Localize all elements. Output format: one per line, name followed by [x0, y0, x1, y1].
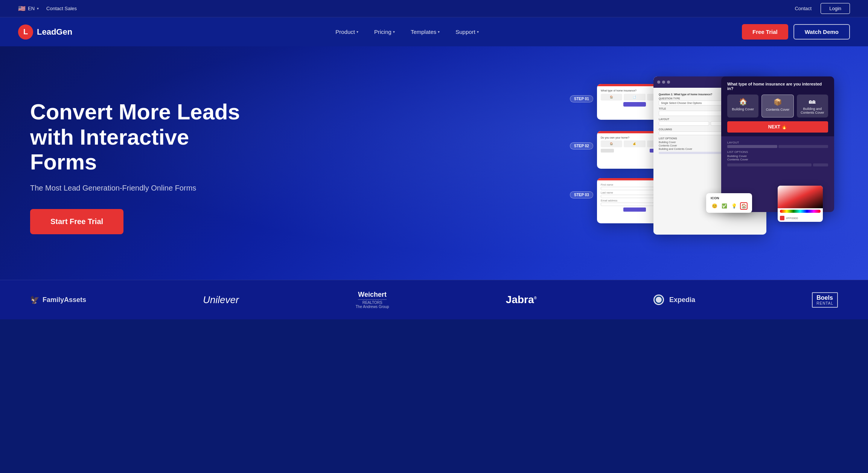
color-gradient[interactable]: [778, 186, 823, 208]
support-chevron-icon: ▾: [477, 30, 479, 34]
nav-item-templates[interactable]: Templates ▾: [404, 26, 446, 38]
logo-jabra: Jabra®: [506, 294, 537, 306]
icon-emoji-smile[interactable]: 😊: [711, 202, 718, 210]
logo-weichert: Weichert REALTORS The Andrews Group: [356, 291, 389, 309]
weichert-name: Weichert: [358, 291, 387, 300]
nav-item-product[interactable]: Product ▾: [329, 26, 365, 38]
logo-family-assets: 🦅 FamilyAssets: [30, 295, 86, 304]
nav-links: Product ▾ Pricing ▾ Templates ▾ Support …: [329, 26, 485, 38]
top-bar: 🇺🇸 EN ▾ Contact Sales Contact Login: [0, 0, 868, 17]
logo-unilever: Unilever: [203, 294, 239, 306]
main-navbar: L LeadGen Product ▾ Pricing ▾ Templates …: [0, 17, 868, 46]
color-swatch: [780, 216, 784, 220]
hero-section: Convert More Leads with Interactive Form…: [0, 46, 868, 280]
support-label: Support: [455, 29, 475, 35]
hero-left: Convert More Leads with Interactive Form…: [30, 99, 256, 234]
contact-link[interactable]: Contact: [795, 6, 812, 11]
watch-demo-button[interactable]: Watch Demo: [793, 24, 850, 40]
top-bar-left: 🇺🇸 EN ▾ Contact Sales: [18, 5, 77, 12]
step-02-label: STEP 02: [570, 142, 593, 150]
boels-sub: RENTAL: [816, 301, 833, 305]
weichert-sub2: The Andrews Group: [356, 305, 389, 309]
logos-bar: 🦅 FamilyAssets Unilever Weichert REALTOR…: [0, 280, 868, 319]
contact-sales-link[interactable]: Contact Sales: [46, 6, 77, 11]
pricing-chevron-icon: ▾: [393, 30, 395, 34]
boels-name: Boels: [816, 294, 833, 301]
free-trial-button[interactable]: Free Trial: [742, 24, 788, 40]
login-button[interactable]: Login: [821, 3, 850, 14]
unilever-name: Unilever: [203, 294, 239, 305]
start-free-trial-button[interactable]: Start Free Trial: [30, 209, 123, 234]
nav-item-support[interactable]: Support ▾: [449, 26, 486, 38]
pricing-label: Pricing: [374, 29, 391, 35]
step-03-label: STEP 03: [570, 191, 593, 198]
option-contents: 📦 Contents Cover: [761, 95, 793, 117]
option-building: 🏠 Building Cover: [727, 95, 758, 117]
product-chevron-icon: ▾: [356, 30, 358, 34]
insurance-question: What type of home insurance are you inte…: [727, 82, 828, 91]
step-01-label: STEP 01: [570, 95, 593, 102]
option-both: 🏘 Building and Contents Cover: [797, 95, 828, 117]
color-hue-bar[interactable]: [780, 210, 821, 213]
logo-expedia: Expedia: [653, 294, 695, 305]
flag-icon: 🇺🇸: [18, 5, 26, 12]
logo-icon: L: [18, 24, 33, 40]
icon-check[interactable]: ✅: [720, 202, 728, 210]
expedia-name: Expedia: [669, 296, 695, 304]
templates-chevron-icon: ▾: [438, 30, 440, 34]
icon-picker-title: ICON: [711, 196, 748, 200]
nav-item-pricing[interactable]: Pricing ▾: [367, 26, 402, 38]
icon-house-selected[interactable]: 🏠: [740, 202, 748, 210]
weichert-sub1: REALTORS: [362, 301, 382, 305]
language-label: EN: [28, 6, 35, 11]
logo-text: LeadGen: [37, 27, 72, 37]
form-builder-preview: STEP 01 What type of home insurance? 🏠 📄…: [574, 76, 838, 257]
product-label: Product: [335, 29, 355, 35]
hero-subtitle: The Most Lead Generation-Friendly Online…: [30, 184, 256, 192]
language-selector[interactable]: 🇺🇸 EN ▾: [18, 5, 39, 12]
nav-ctas: Free Trial Watch Demo: [742, 24, 850, 40]
icon-picker-panel: ICON 😊 ✅ 💡 🏠: [706, 193, 752, 213]
top-bar-right: Contact Login: [795, 3, 850, 14]
family-assets-icon: 🦅: [30, 295, 40, 304]
jabra-name: Jabra®: [506, 294, 537, 305]
insurance-next-button[interactable]: NEXT 🔥: [727, 121, 828, 133]
icon-bulb[interactable]: 💡: [730, 202, 738, 210]
lang-chevron-icon: ▾: [37, 6, 39, 11]
logo-boels: Boels RENTAL: [812, 292, 838, 308]
hero-title: Convert More Leads with Interactive Form…: [30, 99, 256, 175]
color-picker-panel: #FF0000: [778, 186, 823, 222]
logo-area[interactable]: L LeadGen: [18, 24, 72, 40]
family-assets-name: FamilyAssets: [43, 296, 86, 304]
color-hex-value: #FF0000: [786, 217, 798, 220]
expedia-circle-icon: [653, 294, 664, 305]
templates-label: Templates: [411, 29, 436, 35]
